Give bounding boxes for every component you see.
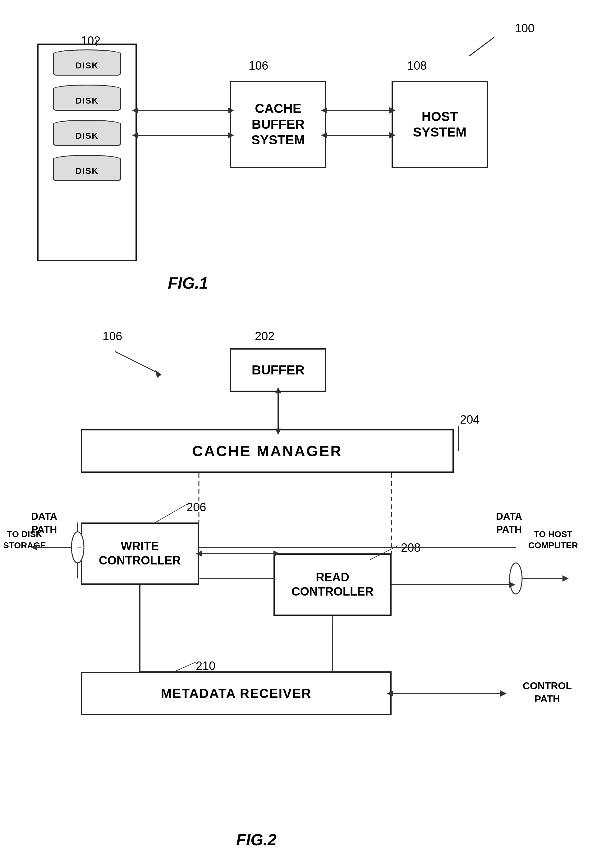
- ref-210: 210: [196, 659, 215, 673]
- ref-206: 206: [186, 501, 206, 514]
- ref-100: 100: [515, 22, 534, 35]
- fig1-label: FIG.1: [168, 274, 208, 292]
- svg-marker-30: [562, 576, 569, 582]
- buffer-text: BUFFER: [252, 363, 304, 378]
- svg-marker-39: [500, 690, 507, 697]
- disk-label-3: DISK: [75, 131, 99, 141]
- fig2-diagram: 202 106 204 206 208 210 BUFFER CACHE MAN…: [19, 311, 597, 855]
- disk-array-box: DISK DISK DISK DISK: [37, 44, 137, 261]
- disk-label-4: DISK: [75, 166, 99, 176]
- svg-line-14: [115, 352, 159, 373]
- page: 102 100 106 108 104 DISK DISK: [0, 0, 615, 868]
- ref-108: 108: [407, 59, 427, 72]
- write-controller-box: WRITE CONTROLLER: [81, 522, 199, 585]
- data-path-right-label: DATA PATH: [496, 510, 522, 536]
- ref-208: 208: [401, 541, 420, 555]
- to-disk-storage-label: TO DISK STORAGE: [3, 529, 46, 551]
- read-controller-text: READ CONTROLLER: [292, 570, 373, 599]
- buffer-box: BUFFER: [230, 348, 326, 392]
- metadata-receiver-box: METADATA RECEIVER: [81, 672, 392, 715]
- ref-202: 202: [255, 330, 275, 343]
- fig2-label: FIG.2: [236, 830, 276, 849]
- svg-line-0: [469, 38, 494, 56]
- disk-label-2: DISK: [75, 96, 99, 106]
- fig1-diagram: 102 100 106 108 104 DISK DISK: [19, 19, 597, 299]
- host-system-text: HOST SYSTEM: [413, 109, 467, 140]
- metadata-text: METADATA RECEIVER: [161, 686, 311, 701]
- cache-manager-box: CACHE MANAGER: [81, 429, 454, 473]
- ref-204: 204: [460, 413, 479, 426]
- to-host-computer-label: TO HOST COMPUTER: [528, 529, 578, 551]
- cache-buffer-box: CACHE BUFFER SYSTEM: [230, 81, 326, 168]
- host-system-box: HOST SYSTEM: [392, 81, 488, 168]
- ref-106-fig1: 106: [248, 59, 268, 72]
- write-controller-text: WRITE CONTROLLER: [99, 539, 181, 568]
- cache-manager-text: CACHE MANAGER: [192, 443, 342, 460]
- svg-marker-15: [155, 370, 162, 378]
- svg-point-26: [510, 563, 522, 594]
- read-controller-box: READ CONTROLLER: [273, 554, 392, 616]
- disk-label-1: DISK: [75, 61, 99, 70]
- svg-line-42: [155, 504, 188, 522]
- ref-106-fig2: 106: [103, 330, 122, 343]
- cache-buffer-text: CACHE BUFFER SYSTEM: [251, 101, 305, 148]
- svg-line-44: [174, 662, 197, 672]
- svg-marker-37: [509, 582, 515, 588]
- control-path-label: CONTROL PATH: [523, 680, 572, 705]
